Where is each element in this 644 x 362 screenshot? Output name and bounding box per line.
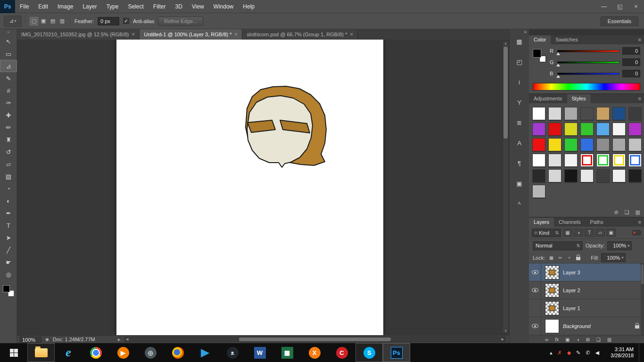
foreground-background-colors[interactable] bbox=[3, 285, 14, 296]
style-swatch[interactable] bbox=[628, 154, 642, 167]
horizontal-scrollbar[interactable]: ◀ ▶ bbox=[124, 337, 505, 342]
filter-shape-layers-icon[interactable]: ▱ bbox=[595, 229, 605, 237]
foreground-color-swatch[interactable] bbox=[533, 49, 541, 58]
tool-preset-picker[interactable]: ⊿ ▾ bbox=[4, 16, 22, 27]
style-swatch[interactable] bbox=[548, 154, 561, 167]
style-swatch[interactable] bbox=[596, 138, 610, 151]
photoshop[interactable]: Ps bbox=[383, 343, 410, 362]
channel-slider[interactable] bbox=[557, 73, 619, 75]
zoom-tool[interactable]: ◎ bbox=[0, 268, 17, 280]
clear-style-icon[interactable]: ⊘ bbox=[614, 209, 619, 215]
antialias-checkbox[interactable]: ✓ bbox=[123, 18, 129, 24]
menu-item-window[interactable]: Window bbox=[209, 0, 239, 13]
xampp[interactable]: X bbox=[301, 343, 328, 362]
scroll-down-icon[interactable]: ▾ bbox=[503, 329, 508, 333]
style-swatch[interactable] bbox=[532, 154, 545, 167]
security-tray-icon[interactable]: ◆ bbox=[567, 350, 571, 356]
brush-tool[interactable]: ✏ bbox=[0, 121, 17, 133]
status-expand-icon[interactable]: ▶ bbox=[118, 337, 121, 342]
style-swatch[interactable] bbox=[564, 169, 578, 182]
polygonal-lasso-tool[interactable]: ⊿ bbox=[0, 60, 17, 72]
expand-panels-icon[interactable]: « bbox=[510, 29, 529, 35]
color-panel-swatch[interactable] bbox=[533, 49, 546, 62]
menu-item-layer[interactable]: Layer bbox=[78, 0, 101, 13]
document-tab[interactable]: slothicorn.psd @ 66.7% (Group 1, RGB/8) … bbox=[242, 29, 358, 40]
document-tab[interactable]: Untitled-1 @ 100% (Layer 3, RGB/8) *× bbox=[140, 29, 242, 40]
toolbar-collapse-icon[interactable]: » bbox=[0, 29, 17, 35]
style-swatch[interactable] bbox=[548, 123, 561, 136]
history-brush-tool[interactable]: ↺ bbox=[0, 146, 17, 158]
channel-slider-knob[interactable] bbox=[556, 52, 560, 55]
rectangular-marquee-tool[interactable]: ▭ bbox=[0, 48, 17, 60]
dodge-tool[interactable]: ◐ bbox=[0, 195, 17, 207]
style-swatch[interactable] bbox=[532, 138, 545, 151]
style-swatch[interactable] bbox=[628, 123, 642, 136]
blend-mode-dropdown[interactable]: Normal ⇅ bbox=[533, 241, 583, 250]
line-tool[interactable]: ╱ bbox=[0, 244, 17, 256]
tab-styles[interactable]: Styles bbox=[567, 94, 591, 103]
firefox[interactable] bbox=[164, 343, 191, 362]
intersect-selection-icon[interactable]: ▥ bbox=[58, 17, 66, 25]
panel-menu-icon[interactable]: ≡ bbox=[638, 96, 641, 101]
style-swatch[interactable] bbox=[612, 169, 626, 182]
pen-tool[interactable]: ✒ bbox=[0, 207, 17, 219]
layer-row[interactable]: Background bbox=[529, 317, 644, 335]
horizontal-scrollbar-thumb[interactable] bbox=[239, 337, 391, 341]
type-tool[interactable]: T bbox=[0, 219, 17, 231]
style-swatch[interactable] bbox=[564, 107, 578, 120]
channel-slider-knob[interactable] bbox=[556, 75, 560, 78]
menu-item-view[interactable]: View bbox=[187, 0, 209, 13]
lock-position-icon[interactable]: + bbox=[565, 254, 573, 262]
new-adjustment-layer-icon[interactable]: ◑ bbox=[576, 337, 579, 342]
filter-pixel-layers-icon[interactable]: ▦ bbox=[563, 229, 572, 237]
word[interactable]: W bbox=[246, 343, 273, 362]
internet-explorer[interactable]: e bbox=[55, 343, 82, 362]
delete-style-icon[interactable]: ▥ bbox=[636, 209, 640, 215]
opacity-input[interactable]: 100% ▾ bbox=[607, 241, 632, 250]
lock-all-icon[interactable] bbox=[574, 254, 582, 262]
filter-smart-objects-icon[interactable]: ▣ bbox=[606, 229, 616, 237]
feather-input[interactable]: 0 px bbox=[98, 17, 119, 25]
new-selection-icon[interactable]: ▢ bbox=[30, 17, 38, 25]
style-swatch[interactable] bbox=[564, 138, 578, 151]
add-layer-mask-icon[interactable]: ▣ bbox=[565, 337, 570, 342]
panel-menu-icon[interactable]: ≡ bbox=[638, 219, 641, 225]
visibility-toggle[interactable] bbox=[529, 263, 541, 281]
style-swatch[interactable] bbox=[548, 169, 561, 182]
color-spectrum-bar[interactable] bbox=[533, 83, 640, 90]
style-swatch[interactable] bbox=[612, 123, 626, 136]
layers-scrollbar-thumb[interactable] bbox=[641, 264, 644, 284]
lock-transparency-icon[interactable]: ▦ bbox=[547, 254, 555, 262]
scroll-left-icon[interactable]: ◀ bbox=[126, 337, 128, 341]
channel-value-input[interactable]: 0 bbox=[622, 70, 640, 77]
tab-channels[interactable]: Channels bbox=[554, 218, 585, 227]
healing-brush-tool[interactable]: ✚ bbox=[0, 109, 17, 121]
menu-item-select[interactable]: Select bbox=[123, 0, 148, 13]
clone-stamp-tool[interactable]: ♜ bbox=[0, 133, 17, 146]
style-swatch[interactable] bbox=[612, 154, 626, 167]
chrome[interactable] bbox=[82, 343, 109, 362]
green-app[interactable]: ▦ bbox=[273, 343, 301, 362]
style-swatch[interactable] bbox=[628, 138, 642, 151]
layer-row[interactable]: Layer 2 bbox=[529, 281, 644, 299]
filter-type-layers-icon[interactable]: T bbox=[585, 229, 594, 237]
style-swatch[interactable] bbox=[596, 169, 610, 182]
document-canvas[interactable] bbox=[116, 40, 383, 335]
panel-menu-icon[interactable]: ≡ bbox=[638, 37, 641, 42]
menu-item-edit[interactable]: Edit bbox=[33, 0, 53, 13]
paragraph-panel-icon[interactable]: ¶ bbox=[513, 157, 526, 169]
layer-filter-kind-dropdown[interactable]: ◎ Kind ⇅ bbox=[532, 229, 561, 237]
style-swatch[interactable] bbox=[628, 107, 642, 120]
style-swatch[interactable] bbox=[548, 107, 561, 120]
channel-slider[interactable] bbox=[557, 61, 619, 64]
style-swatch[interactable] bbox=[580, 169, 594, 182]
tab-layers[interactable]: Layers bbox=[529, 218, 554, 227]
visibility-toggle[interactable] bbox=[529, 317, 541, 335]
quick-selection-tool[interactable]: ✎ bbox=[0, 72, 17, 84]
red-c-app[interactable]: C bbox=[328, 343, 355, 362]
menu-item-file[interactable]: File bbox=[15, 0, 33, 13]
tab-adjustments[interactable]: Adjustments bbox=[529, 94, 567, 103]
style-swatch[interactable] bbox=[532, 107, 545, 120]
layers-scrollbar[interactable] bbox=[641, 263, 644, 336]
style-swatch[interactable] bbox=[532, 123, 545, 136]
